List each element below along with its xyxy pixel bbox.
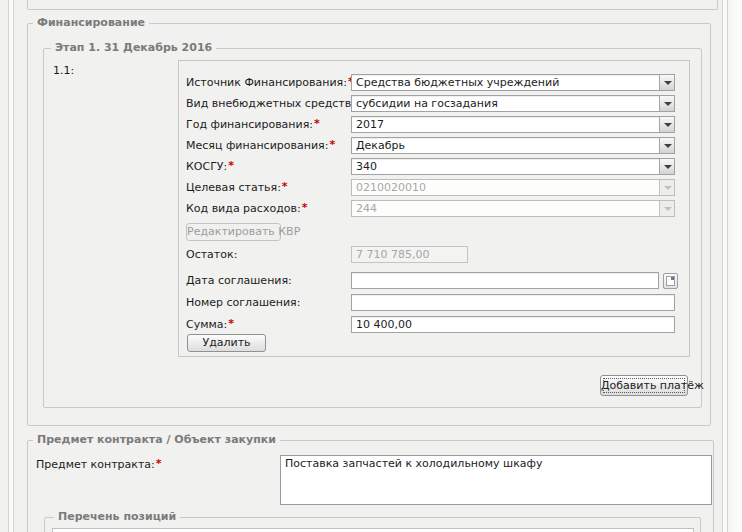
chevron-down-icon[interactable] <box>659 159 674 174</box>
expense-type-code-select: 244 <box>351 200 675 217</box>
agreement-number-label: Номер соглашения: <box>186 296 300 310</box>
funding-month-label: Месяц финансирования:* <box>186 139 335 153</box>
right-edge-shade <box>728 0 742 532</box>
left-gutter-line-inner <box>13 0 14 532</box>
required-mark: * <box>227 159 234 172</box>
kosgu-select[interactable]: 340 <box>351 158 675 175</box>
funding-year-label: Год финансирования:* <box>186 118 320 132</box>
stage-legend: Этап 1. 31 Декабрь 2016 <box>51 42 216 54</box>
kosgu-label: КОСГУ:* <box>186 160 234 174</box>
funding-month-select[interactable]: Декабрь <box>351 137 675 154</box>
balance-input: 7 710 785,00 <box>351 246 468 263</box>
required-mark: * <box>313 117 320 130</box>
agreement-date-input[interactable] <box>351 272 659 289</box>
edit-kvr-button: Редактировать КВР <box>186 223 281 241</box>
target-article-select: 0210020010 <box>351 179 675 196</box>
delete-payment-button[interactable]: Удалить <box>187 334 266 352</box>
chevron-down-icon <box>659 201 674 216</box>
amount-input[interactable]: 10 400,00 <box>351 316 675 333</box>
contract-subject-legend: Предмет контракта / Объект закупки <box>33 434 280 446</box>
funding-source-select[interactable]: Средства бюджетных учреждений <box>351 74 675 91</box>
amount-label: Сумма:* <box>186 318 234 332</box>
calendar-icon[interactable] <box>663 273 678 289</box>
balance-label: Остаток: <box>186 248 237 262</box>
extrabudgetary-type-label: Вид внебюджетных средств:* <box>186 97 362 111</box>
funding-source-label: Источник Финансирования:* <box>186 76 354 90</box>
extrabudgetary-type-select[interactable]: субсидии на госзадания <box>351 95 675 112</box>
financing-legend: Финансирование <box>33 17 149 29</box>
contract-subject-label: Предмет контракта:* <box>36 458 162 472</box>
payment-panel: Источник Финансирования:* Средства бюдже… <box>178 60 690 357</box>
contract-subject-textarea[interactable]: Поставка запчастей к холодильному шкафу <box>280 455 712 505</box>
required-mark: * <box>281 180 288 193</box>
payment-item-number: 1.1: <box>53 64 74 78</box>
required-mark: * <box>227 317 234 330</box>
positions-legend: Перечень позиций <box>54 511 180 523</box>
required-mark: * <box>301 201 308 214</box>
add-payment-button[interactable]: Добавить платёж <box>600 375 688 396</box>
required-mark: * <box>155 457 162 470</box>
chevron-down-icon[interactable] <box>659 75 674 90</box>
previous-section-fieldset <box>27 0 718 10</box>
funding-year-select[interactable]: 2017 <box>351 116 675 133</box>
procurement-form-screen: Финансирование Этап 1. 31 Декабрь 2016 1… <box>0 0 742 532</box>
chevron-down-icon[interactable] <box>659 117 674 132</box>
chevron-down-icon <box>659 180 674 195</box>
expense-type-code-label: Код вида расходов:* <box>186 202 307 216</box>
agreement-number-input[interactable] <box>351 294 675 311</box>
positions-list-area <box>52 528 694 532</box>
chevron-down-icon[interactable] <box>659 138 674 153</box>
agreement-date-label: Дата соглашения: <box>186 274 292 288</box>
target-article-label: Целевая статья:* <box>186 181 288 195</box>
chevron-down-icon[interactable] <box>659 96 674 111</box>
required-mark: * <box>328 138 335 151</box>
